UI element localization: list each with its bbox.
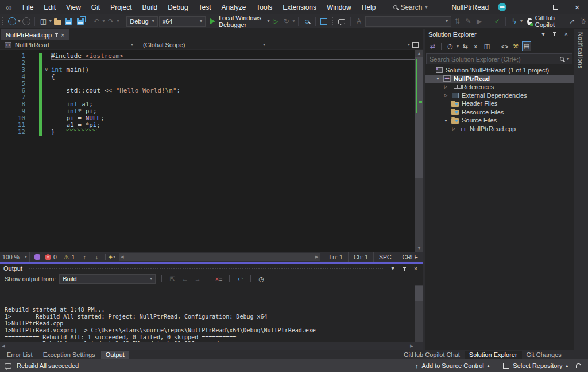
menu-test[interactable]: Test [194, 0, 216, 14]
line-indicator[interactable]: Ln: 1 [324, 252, 348, 262]
menu-view[interactable]: View [61, 0, 86, 14]
spaces-indicator[interactable]: SPC [373, 252, 397, 262]
text-adornment-button[interactable]: A [354, 16, 364, 26]
menu-window[interactable]: Window [322, 0, 357, 14]
split-window-icon[interactable] [412, 42, 419, 48]
merge-button[interactable]: ⇅ [452, 16, 462, 26]
run-tests-button[interactable]: ▶ [474, 16, 484, 26]
undo-dropdown-icon[interactable]: ▾ [103, 19, 105, 24]
scroll-down-icon[interactable]: ▼ [415, 245, 423, 252]
navigate-forward-button[interactable]: → [21, 16, 31, 26]
select-repository-button[interactable]: Select Repository ▴ [503, 362, 568, 369]
tab-exception-settings[interactable]: Exception Settings [38, 351, 100, 359]
panel-drag-handle[interactable] [28, 267, 383, 270]
output-horizontal-scrollbar[interactable]: ◀ ▶ [0, 342, 423, 350]
new-project-button[interactable]: ◫ [38, 16, 48, 26]
solution-explorer-search-input[interactable] [430, 56, 557, 63]
filter-dropdown-icon[interactable]: ▾ [457, 44, 459, 49]
goto-message-button[interactable]: ⇱ [168, 275, 177, 283]
caret-location-dropdown-icon[interactable]: ▾ [520, 19, 523, 24]
breakpoint-margin[interactable] [25, 53, 39, 60]
code-cleanup-button[interactable]: ✦ [108, 254, 113, 260]
menu-edit[interactable]: Edit [38, 0, 61, 14]
chevron-expanded-icon[interactable]: ▼ [435, 76, 440, 80]
clear-all-button[interactable]: ×≡ [214, 276, 223, 282]
chevron-collapsed-icon[interactable]: ▷ [443, 93, 448, 98]
collapse-all-icon[interactable]: » [471, 41, 481, 51]
solution-explorer-toolbar-button[interactable] [319, 16, 329, 26]
navigate-back-button[interactable]: ← [7, 16, 17, 26]
code-line-6[interactable]: 6 std::cout << "Hello World!\n"; [0, 87, 415, 94]
hot-reload-button[interactable]: ↻ [281, 16, 291, 26]
code-line-11[interactable]: 11 a1 = *pi; [0, 122, 415, 129]
breakpoint-margin[interactable] [25, 115, 39, 122]
pin-icon[interactable] [551, 31, 559, 37]
pin-icon[interactable] [56, 33, 57, 37]
toolbar-drag-handle[interactable] [332, 17, 334, 26]
tree-item-header-files[interactable]: Header Files [425, 99, 574, 108]
caret-location-button[interactable]: ↳ [509, 16, 519, 26]
output-vertical-scrollbar[interactable] [415, 285, 423, 342]
notifications-bell-icon[interactable] [576, 363, 581, 368]
add-to-source-control-button[interactable]: ↑ Add to Source Control ▴ [415, 362, 489, 369]
scroll-left-icon[interactable]: ◀ [0, 342, 7, 350]
test-explorer-button[interactable]: ✓ [492, 16, 502, 26]
tab-error-list[interactable]: Error List [2, 351, 37, 359]
solution-platform-select[interactable]: x64▾ [159, 16, 206, 27]
menu-tools[interactable]: Tools [251, 0, 277, 14]
view-code-icon[interactable]: <> [500, 41, 509, 51]
breakpoint-margin[interactable] [25, 87, 39, 94]
menu-git[interactable]: Git [86, 0, 105, 14]
show-all-files-icon[interactable]: ▤ [522, 41, 531, 51]
project-dropdown[interactable]: ++ NullPtrRead ▾ [0, 40, 138, 49]
breakpoint-margin[interactable] [25, 60, 39, 67]
menu-extensions[interactable]: Extensions [277, 0, 322, 14]
warning-count[interactable]: 1 [72, 254, 75, 260]
scroll-right-icon[interactable]: ▶ [314, 253, 320, 261]
breakpoint-margin[interactable] [25, 94, 39, 101]
solution-explorer-header[interactable]: Solution Explorer ▾ × [425, 29, 574, 40]
member-dropdown-icon[interactable]: ▾ [408, 43, 410, 47]
breakpoint-margin[interactable] [25, 74, 39, 80]
breakpoint-margin[interactable] [25, 108, 39, 115]
zoom-select[interactable]: 100 %▾ [0, 252, 30, 262]
tree-item-nullptrread[interactable]: ▼++NullPtrRead [425, 75, 574, 83]
document-tab[interactable]: NullPtrRead.cpp × [1, 29, 69, 40]
scroll-up-icon[interactable]: ▲ [415, 50, 423, 57]
minimize-button[interactable] [523, 0, 544, 14]
edit-button[interactable]: ✎ [463, 16, 473, 26]
solution-configuration-select[interactable]: Debug▾ [126, 16, 157, 27]
next-message-button[interactable]: → [193, 275, 202, 282]
breakpoint-margin[interactable] [25, 67, 39, 74]
close-panel-icon[interactable]: × [412, 266, 420, 272]
code-cleanup-dropdown-icon[interactable]: ▾ [113, 255, 115, 259]
previous-message-button[interactable]: ← [180, 275, 189, 282]
tree-item-references[interactable]: ▷References [425, 83, 574, 91]
start-debugging-button[interactable]: Local Windows Debugger ▾ [210, 14, 269, 28]
previous-issue-button[interactable]: ↑ [83, 254, 86, 260]
eol-indicator[interactable]: CRLF [397, 252, 423, 262]
pin-icon[interactable] [400, 266, 408, 272]
panel-options-icon[interactable]: ▾ [539, 32, 547, 37]
fold-collapse-icon[interactable]: ∨ [42, 67, 51, 74]
document-health-icon[interactable] [34, 254, 40, 260]
live-share-button[interactable]: ☃ [578, 16, 588, 26]
scroll-left-icon[interactable]: ◀ [119, 253, 126, 261]
maximize-button[interactable] [544, 0, 566, 14]
menu-help[interactable]: Help [357, 0, 381, 14]
tab-output[interactable]: Output [101, 351, 129, 359]
tree-item-solution-nullptrread-1-of-1-project[interactable]: Solution 'NullPtrRead' (1 of 1 project) [425, 66, 574, 75]
menu-build[interactable]: Build [137, 0, 163, 14]
tree-item-nullptrread-cpp[interactable]: ▷++NullPtrRead.cpp [425, 125, 574, 133]
sync-with-active-document-icon[interactable]: ⇆ [461, 41, 470, 51]
close-button[interactable]: × [566, 0, 588, 14]
properties-window-icon[interactable]: ◫ [482, 41, 492, 51]
undo-button[interactable]: ↶ [92, 16, 102, 26]
scroll-right-icon[interactable]: ▶ [408, 342, 415, 350]
word-wrap-button[interactable]: ↩ [235, 275, 245, 283]
menu-project[interactable]: Project [105, 0, 137, 14]
save-all-button[interactable] [75, 16, 84, 26]
tree-item-external-dependencies[interactable]: ▷External Dependencies [425, 91, 574, 100]
properties-wrench-icon[interactable]: ⚒ [511, 41, 520, 51]
search-options-icon[interactable]: ▾ [567, 57, 569, 62]
